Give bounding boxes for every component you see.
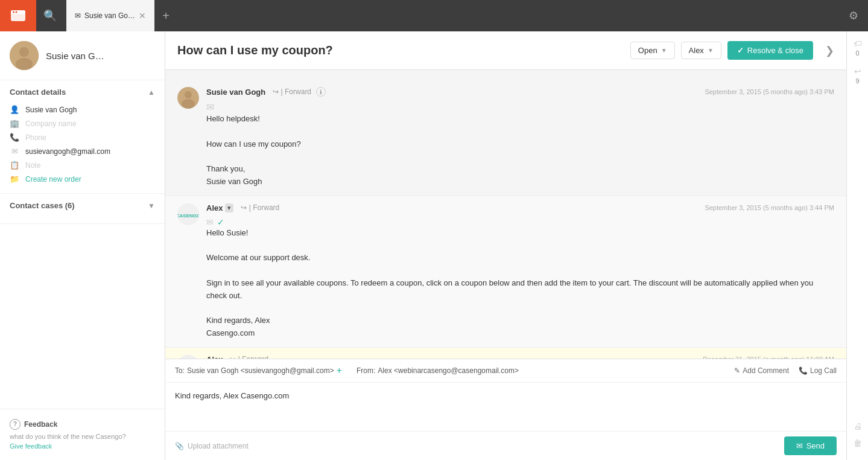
add-comment-icon: ✎: [734, 366, 740, 375]
messages-area[interactable]: Susie van Gogh ↪ | Forward ℹ September 3…: [165, 70, 846, 359]
sender-badge[interactable]: ▾: [225, 203, 233, 212]
log-call-button[interactable]: 📞 Log Call: [799, 366, 837, 375]
contact-details-section: Contact details ▲ 👤 Susie van Gogh 🏢 Com…: [0, 80, 165, 194]
upload-attachment-button[interactable]: 📎 Upload attachment: [175, 442, 249, 450]
paperclip-icon: 📎: [175, 442, 184, 450]
contact-company-value: Company name: [25, 120, 77, 128]
history-icon: ↩: [854, 66, 861, 76]
customer-avatar: [177, 87, 199, 109]
print-icon: 🖨: [854, 421, 862, 431]
assignee-dropdown[interactable]: Alex ▼: [681, 42, 721, 59]
log-call-label: Log Call: [810, 366, 837, 375]
help-icon: ?: [10, 419, 21, 430]
person-icon: 👤: [10, 105, 19, 114]
delete-button[interactable]: 🗑: [854, 438, 862, 448]
collapse-panel-button[interactable]: ❯: [825, 44, 834, 57]
settings-icon[interactable]: ⚙: [849, 9, 858, 22]
add-recipient-button[interactable]: +: [337, 365, 342, 376]
feedback-title: ? Feedback: [10, 419, 155, 430]
svg-point-6: [16, 58, 33, 70]
sidebar-profile: Susie van G…: [0, 31, 165, 80]
order-icon: 📁: [10, 174, 19, 184]
content-header: How can I use my coupon? Open ▼ Alex ▼ R…: [165, 31, 846, 70]
tab-susie[interactable]: ✉ Susie van Go… ✕: [66, 0, 155, 31]
content-area: How can I use my coupon? Open ▼ Alex ▼ R…: [165, 31, 846, 460]
svg-point-5: [19, 47, 29, 57]
send-label: Send: [806, 441, 825, 450]
contact-name-value: Susie van Gogh: [25, 106, 77, 114]
forward-button[interactable]: ↪ | Forward: [273, 88, 311, 96]
create-order-link[interactable]: Create new order: [25, 175, 81, 184]
right-panel-bottom: 🖨 🗑: [854, 421, 862, 453]
from-label: From:: [356, 366, 375, 375]
resolve-close-button[interactable]: Resolve & close: [727, 41, 813, 60]
agent-avatar-2: CASENGO: [177, 355, 199, 359]
svg-point-12: [177, 355, 199, 359]
tab-email-icon: ✉: [75, 11, 81, 20]
svg-text:CASENGO: CASENGO: [177, 213, 199, 219]
reply-from: From: Alex <webinarcasengo@casengomail.c…: [356, 366, 519, 375]
message-timestamp: September 3, 2015 (5 months ago) 3:44 PM: [705, 204, 834, 211]
message-header: Alex ▾ ↪ | Forward September 3, 2015 (5 …: [206, 203, 834, 212]
status-caret: ▼: [661, 47, 667, 54]
contact-cases-header[interactable]: Contact cases (6) ▼: [10, 201, 155, 210]
contact-note-field: 📋 Note: [10, 158, 155, 172]
message-actions: ↪ | Forward: [230, 355, 268, 359]
tags-icon: 🏷: [854, 39, 862, 48]
tags-panel-button[interactable]: 🏷 0: [854, 39, 862, 57]
table-row: CASENGO Alex ▾ ↪ | Forward September 3, …: [165, 196, 846, 347]
info-icon[interactable]: ℹ: [316, 87, 326, 97]
email-channel-icon: ✉: [206, 217, 214, 227]
contact-details-header[interactable]: Contact details ▲: [10, 88, 155, 97]
add-comment-button[interactable]: ✎ Add Comment: [734, 366, 789, 375]
contact-order-field[interactable]: 📁 Create new order: [10, 172, 155, 186]
message-header: Alex ↪ | Forward December 31, 2015 (a mo…: [206, 355, 834, 359]
history-panel-button[interactable]: ↩ 9: [854, 66, 861, 85]
sidebar: Susie van G… Contact details ▲ 👤 Susie v…: [0, 31, 165, 460]
agent-avatar: CASENGO: [177, 203, 199, 225]
message-sender: Alex: [206, 355, 223, 359]
reply-footer: 📎 Upload attachment ✉ Send: [165, 431, 846, 460]
company-icon: 🏢: [10, 119, 19, 128]
delete-icon: 🗑: [854, 438, 862, 448]
tags-count: 0: [855, 50, 859, 57]
profile-name: Susie van G…: [46, 51, 104, 61]
send-button[interactable]: ✉ Send: [784, 436, 837, 455]
contact-details-toggle[interactable]: ▲: [148, 88, 155, 97]
add-tab-button[interactable]: +: [155, 0, 177, 31]
give-feedback-link[interactable]: Give feedback: [10, 442, 52, 450]
forward-button[interactable]: ↪ | Forward: [230, 355, 268, 359]
upload-label: Upload attachment: [188, 442, 249, 450]
contact-cases-section: Contact cases (6) ▼: [0, 194, 165, 224]
message-actions: ↪ | Forward ℹ: [273, 87, 326, 97]
forward-button[interactable]: ↪ | Forward: [241, 203, 279, 212]
logo[interactable]: [0, 0, 36, 31]
contact-cases-toggle[interactable]: ▼: [148, 202, 155, 210]
channel-icon: ✉: [206, 101, 834, 113]
top-nav: 🔍 ✉ Susie van Go… ✕ + ⚙: [0, 0, 868, 31]
to-label: To:: [175, 366, 185, 375]
message-actions: ↪ | Forward: [241, 203, 279, 212]
right-panel: 🏷 0 ↩ 9 🖨 🗑: [846, 31, 868, 460]
search-icon[interactable]: 🔍: [43, 9, 57, 22]
note-icon: 📋: [10, 161, 19, 170]
feedback-text: what do you think of the new Casengo?: [10, 432, 155, 441]
svg-point-9: [182, 99, 195, 109]
from-value: Alex <webinarcasengo@casengomail.com>: [378, 366, 519, 375]
contact-cases-title: Contact cases (6): [10, 201, 75, 210]
reply-body[interactable]: Kind regards, Alex Casengo.com: [165, 383, 846, 431]
to-value: Susie van Gogh <susievangogh@gmail.com>: [187, 366, 334, 375]
reply-body-text: Kind regards, Alex Casengo.com: [175, 391, 289, 400]
status-dropdown[interactable]: Open ▼: [630, 42, 675, 59]
svg-point-3: [16, 11, 17, 13]
ticket-title: How can I use my coupon?: [177, 43, 630, 57]
contact-details-title: Contact details: [10, 88, 66, 97]
add-comment-label: Add Comment: [743, 366, 789, 375]
tab-close-button[interactable]: ✕: [139, 11, 146, 21]
tab-label: Susie van Go…: [84, 11, 135, 20]
print-button[interactable]: 🖨: [854, 421, 862, 431]
header-controls: Open ▼ Alex ▼ Resolve & close ❯: [630, 41, 834, 60]
message-body: Hello Susie!Welcome at our support desk.…: [206, 227, 834, 340]
message-timestamp: December 31, 2015 (a month ago) 11:00 AM: [703, 356, 834, 359]
assignee-label: Alex: [689, 46, 704, 55]
